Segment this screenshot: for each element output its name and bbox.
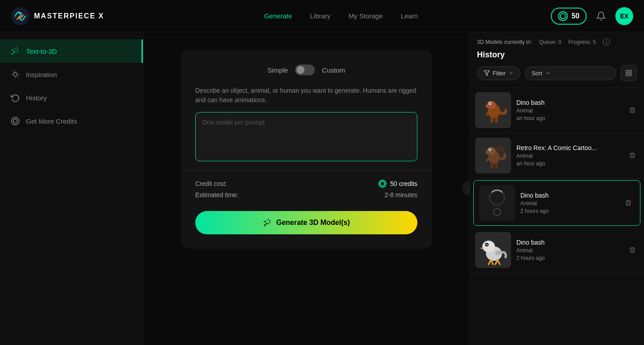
sidebar-item-history-label: History [26, 94, 47, 102]
filter-icon [484, 70, 490, 76]
svg-rect-29 [490, 163, 494, 168]
nav-link-my-storage[interactable]: My Storage [348, 12, 383, 20]
nav-link-learn[interactable]: Learn [401, 12, 418, 20]
credits-count: 50 [571, 12, 580, 20]
nav-right: 50 EX [551, 7, 633, 25]
sidebar-item-get-more-credits[interactable]: Get More Credits [0, 109, 143, 133]
cube-icon [493, 207, 502, 216]
svg-rect-21 [490, 116, 494, 123]
sidebar-item-history[interactable]: History [0, 86, 143, 109]
sidebar-item-inspiration[interactable]: Inspiration [0, 63, 143, 86]
logo-icon [11, 7, 30, 26]
delete-button-1[interactable] [626, 104, 639, 116]
svg-rect-11 [626, 70, 628, 73]
svg-rect-14 [626, 73, 628, 76]
sidebar-item-text-to-3d[interactable]: Text-to-3D [0, 39, 143, 63]
filter-sort-row: Filter Sort [477, 65, 637, 81]
svg-point-8 [12, 117, 19, 125]
credits-circle-icon [11, 116, 20, 125]
right-panel: 3D Models currently in: Queue: 0 Progres… [469, 32, 644, 345]
sidebar-item-inspiration-label: Inspiration [26, 71, 57, 78]
credit-amount: 50 credits [390, 180, 417, 187]
custom-label: Custom [322, 66, 345, 74]
history-item[interactable]: Dino bash Animal an hour ago [470, 88, 644, 133]
duck-dino-icon [475, 232, 511, 268]
notifications-bell[interactable] [594, 9, 608, 23]
history-info-3: Dino bash Animal 2 hours ago [520, 192, 617, 214]
nav-link-library[interactable]: Library [310, 12, 331, 20]
trash-icon [625, 199, 632, 207]
generate-panel: Simple Custom Describe an object, animal… [181, 50, 432, 249]
history-item[interactable]: Dino bash Animal 2 hours ago [470, 228, 644, 273]
delete-button-4[interactable] [626, 244, 639, 256]
history-item[interactable]: Retro Rex: A Comic Cartoo... Animal an h… [470, 133, 644, 178]
inspiration-icon [11, 70, 20, 79]
nav-link-generate[interactable]: Generate [264, 12, 292, 20]
collapse-panel-button[interactable]: › [462, 181, 469, 196]
history-thumb-1 [475, 92, 511, 128]
history-list: Dino bash Animal an hour ago [470, 88, 644, 345]
cost-icon [378, 180, 386, 188]
grid-view-button[interactable] [621, 65, 637, 81]
logo-area[interactable]: MASTERPIECE X [11, 7, 104, 26]
grid-icon [625, 69, 632, 77]
trash-icon [629, 152, 636, 159]
history-time-1: an hour ago [516, 115, 621, 121]
svg-rect-30 [495, 163, 498, 168]
credit-cost-label: Credit cost: [195, 180, 227, 187]
history-time-2: an hour ago [516, 160, 621, 167]
credit-cost-row: Credit cost: 50 credits [195, 180, 417, 188]
filter-button-label: Filter [493, 70, 506, 77]
trash-icon [629, 107, 636, 114]
svg-rect-12 [629, 70, 631, 73]
filter-button[interactable]: Filter [477, 66, 520, 80]
svg-point-20 [489, 103, 491, 104]
history-name-1: Dino bash [516, 99, 621, 106]
svg-line-5 [17, 77, 18, 77]
history-time-3: 2 hours ago [520, 208, 617, 214]
toggle-thumb [296, 66, 305, 74]
filter-chevron-icon [508, 70, 514, 76]
credits-badge[interactable]: 50 [551, 8, 587, 25]
svg-point-33 [482, 241, 495, 252]
history-category-1: Animal [516, 108, 621, 114]
history-title: History [477, 50, 637, 60]
queue-label: 3D Models currently in: [477, 39, 532, 45]
queue-value: Queue: 0 [539, 39, 561, 45]
queue-info: 3D Models currently in: Queue: 0 Progres… [477, 39, 637, 46]
history-time-4: 2 hours ago [516, 255, 621, 261]
history-info-2: Retro Rex: A Comic Cartoo... Animal an h… [516, 144, 621, 167]
mode-toggle[interactable] [295, 65, 315, 75]
user-avatar[interactable]: EX [615, 7, 633, 25]
history-category-3: Animal [520, 200, 617, 207]
history-name-3: Dino bash [520, 192, 617, 199]
history-item-selected[interactable]: Dino bash Animal 2 hours ago [473, 180, 640, 226]
svg-marker-10 [484, 71, 489, 76]
svg-line-4 [13, 72, 13, 72]
info-icon[interactable]: i [603, 39, 610, 46]
prompt-input[interactable] [195, 112, 417, 161]
history-name-2: Retro Rex: A Comic Cartoo... [516, 144, 621, 151]
history-info-4: Dino bash Animal 2 hours ago [516, 239, 621, 261]
right-panel-header: 3D Models currently in: Queue: 0 Progres… [470, 32, 644, 88]
progress-value: Progress: 5 [568, 39, 596, 45]
estimated-time-row: Estimated time: 2-8 minutes [195, 191, 417, 198]
generate-button[interactable]: Generate 3D Model(s) [195, 211, 417, 234]
delete-button-2[interactable] [626, 149, 639, 162]
history-info-1: Dino bash Animal an hour ago [516, 99, 621, 121]
credits-icon [558, 11, 568, 21]
top-navigation: MASTERPIECE X Generate Library My Storag… [0, 0, 644, 32]
delete-button-3[interactable] [622, 197, 635, 209]
credit-cost-value: 50 credits [378, 180, 417, 188]
sidebar-item-credits-label: Get More Credits [26, 117, 77, 125]
sort-button-label: Sort [532, 70, 542, 77]
main-layout: Text-to-3D Inspiration [0, 32, 644, 345]
svg-point-9 [13, 119, 17, 123]
svg-point-1 [13, 73, 17, 76]
history-thumb-4 [475, 232, 511, 268]
history-thumb-2 [475, 138, 511, 173]
app-name: MASTERPIECE X [34, 12, 104, 20]
history-category-2: Animal [516, 153, 621, 159]
svg-rect-13 [629, 73, 631, 76]
sort-button[interactable]: Sort [525, 66, 616, 80]
